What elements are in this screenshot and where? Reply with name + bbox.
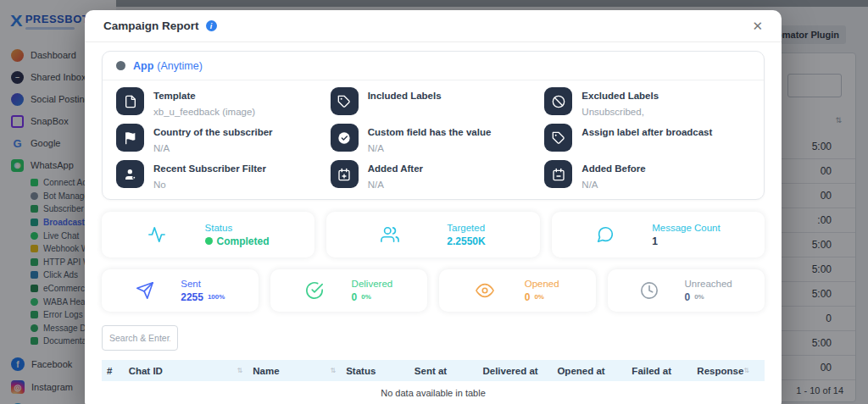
stat-label: Sent (181, 279, 225, 289)
column-header-response[interactable]: Response⇅ (697, 366, 760, 376)
calendar-minus-icon (544, 160, 572, 188)
campaign-details-panel: App(Anytime) Templatexb_u_feedback (imag… (102, 51, 765, 200)
stat-label: Targeted (447, 223, 485, 233)
activity-icon (147, 225, 166, 244)
sort-icon[interactable]: ⇅ (331, 367, 337, 374)
primary-stats-row: Status Completed Targeted 2.2550K Mess (102, 212, 765, 257)
bullet-icon (116, 61, 125, 70)
ban-icon (544, 87, 572, 115)
stat-percent: 0% (534, 293, 544, 301)
column-header-index: # (107, 366, 129, 376)
chat-bubble-icon (596, 225, 615, 244)
delivered-card: Delivered 00% (270, 269, 427, 312)
report-table-header: # Chat ID⇅ Name⇅ Status Sent at Delivere… (102, 360, 765, 381)
targeted-card: Targeted 2.2550K (326, 212, 539, 257)
calendar-plus-icon (331, 160, 359, 188)
detail-custom-field: Custom field has the valueN/A (331, 124, 537, 152)
info-icon[interactable]: i (206, 20, 217, 31)
stat-label: Unreached (684, 279, 732, 289)
stat-value: 0 (684, 291, 690, 303)
campaign-header: App(Anytime) (103, 52, 764, 80)
stat-value: 0 (525, 291, 531, 303)
detail-assign-label: Assign label after broadcast (544, 124, 750, 152)
stat-label: Delivered (352, 279, 393, 289)
detail-template: Templatexb_u_feedback (image) (116, 87, 322, 116)
eye-icon (476, 281, 494, 300)
secondary-stats-row: Sent 2255100% Delivered 00% Opened (102, 269, 765, 312)
campaign-name-link[interactable]: App(Anytime) (133, 60, 203, 72)
users-icon (381, 225, 399, 244)
column-header-name[interactable]: Name⇅ (253, 366, 346, 376)
close-icon[interactable]: ✕ (752, 19, 763, 34)
column-header-status: Status (346, 366, 415, 376)
sort-icon[interactable]: ⇅ (743, 367, 749, 374)
flag-icon (116, 124, 144, 152)
tag-icon (544, 124, 572, 152)
clock-icon (640, 281, 659, 300)
stat-value: 2.2550K (447, 235, 485, 247)
stat-value: Completed (217, 235, 270, 247)
stat-label: Opened (525, 279, 559, 289)
campaign-details-grid: Templatexb_u_feedback (image) Included L… (103, 80, 764, 199)
sort-icon[interactable]: ⇅ (237, 367, 243, 374)
stat-percent: 0% (361, 293, 371, 301)
check-circle-icon (331, 124, 359, 152)
detail-added-before: Added BeforeN/A (544, 160, 750, 189)
detail-country: Country of the subscriberN/A (116, 124, 322, 152)
detail-added-after: Added AfterN/A (331, 160, 537, 189)
modal-body: App(Anytime) Templatexb_u_feedback (imag… (85, 42, 782, 404)
search-input[interactable] (102, 325, 178, 351)
stat-percent: 0% (694, 293, 704, 301)
tag-icon (331, 87, 359, 115)
message-count-card: Message Count 1 (552, 212, 765, 257)
column-header-delivered-at: Delivered at (482, 366, 557, 376)
modal-header: Campaign Report i ✕ (85, 10, 782, 42)
campaign-report-modal: Campaign Report i ✕ App(Anytime) Templat… (85, 10, 782, 404)
check-circle-icon (305, 281, 324, 300)
stat-value: 1 (652, 235, 721, 247)
detail-excluded-labels: Excluded LabelsUnsubscribed, (544, 87, 750, 116)
column-header-sent-at: Sent at (415, 366, 483, 376)
detail-included-labels: Included Labels (331, 87, 537, 116)
status-card: Status Completed (102, 212, 314, 257)
modal-title: Campaign Report (103, 19, 199, 32)
stat-value: 0 (352, 291, 358, 303)
column-header-opened-at: Opened at (557, 366, 632, 376)
status-dot (205, 237, 213, 245)
send-icon (136, 281, 154, 300)
detail-recent-subscriber: Recent Subscriber FilterNo (116, 160, 322, 189)
stat-label: Message Count (652, 223, 721, 233)
file-icon (116, 87, 144, 115)
user-icon (116, 160, 144, 188)
empty-table-message: No data available in table (102, 381, 765, 404)
column-header-failed-at: Failed at (632, 366, 697, 376)
column-header-chat-id[interactable]: Chat ID⇅ (129, 366, 253, 376)
unreached-card: Unreached 00% (608, 269, 765, 312)
opened-card: Opened 00% (439, 269, 596, 312)
stat-label: Status (205, 223, 270, 233)
sent-card: Sent 2255100% (102, 269, 259, 312)
stat-value: 2255 (181, 291, 203, 303)
stat-percent: 100% (208, 293, 225, 301)
